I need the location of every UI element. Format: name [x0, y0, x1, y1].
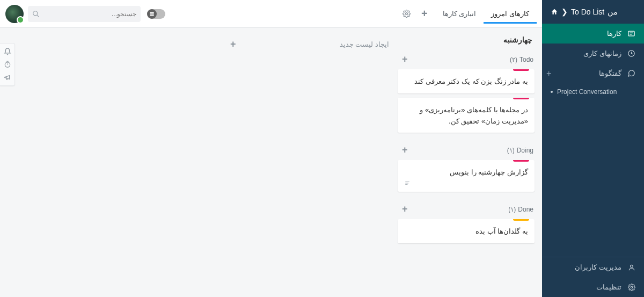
sidebar-item-label: گفتگوها — [599, 69, 621, 77]
column-title: چهارشنبه — [398, 33, 535, 46]
chevron-icon: ❯ — [561, 8, 568, 16]
section-head-todo: + (۲) Todo — [398, 49, 535, 69]
card-text: در مجله‌ها با کلمه‌های «برنامه‌ریزی» و «… — [404, 105, 528, 127]
task-card[interactable]: به مادر زنگ بزن که یک دکتر معرفی کند — [398, 69, 535, 93]
card-label — [513, 219, 529, 221]
card-label — [513, 160, 529, 162]
board: چهارشنبه + (۲) Todo به مادر زنگ بزن که ی… — [0, 28, 542, 297]
sidebar-item-label: کارها — [607, 30, 621, 38]
sidebar-item-settings[interactable]: تنظیمات — [542, 277, 644, 297]
plus-icon[interactable]: + — [418, 5, 431, 22]
svg-rect-3 — [150, 13, 154, 15]
svg-point-0 — [33, 11, 38, 15]
bullet-icon — [551, 91, 553, 93]
board-column: چهارشنبه + (۲) Todo به مادر زنگ بزن که ی… — [398, 33, 535, 248]
bell-icon[interactable] — [4, 48, 11, 55]
add-list[interactable]: ایجاد لیست جدید + — [225, 33, 391, 55]
svg-rect-4 — [150, 15, 154, 16]
avatar[interactable] — [5, 5, 24, 23]
stopwatch-icon[interactable] — [4, 61, 11, 68]
sidebar-item-label: تنظیمات — [596, 283, 621, 291]
add-list-label: ایجاد لیست جدید — [340, 40, 389, 48]
user-icon — [627, 264, 635, 271]
sidebar-item-users[interactable]: مدیریت کاربران — [542, 257, 644, 277]
chat-icon — [627, 69, 635, 77]
svg-line-1 — [37, 15, 39, 17]
gear-icon — [627, 284, 635, 291]
search-input[interactable] — [40, 10, 136, 18]
add-card-doing[interactable]: + — [399, 143, 411, 157]
sidebar-sub-project-conversation[interactable]: Project Conversation — [542, 83, 644, 100]
tasks-icon — [627, 30, 635, 38]
sidebar-item-label: زمانهای کاری — [583, 49, 621, 57]
task-card[interactable]: به گلدان‌ها آب بده — [398, 219, 535, 243]
card-label — [513, 69, 529, 71]
add-card-done[interactable]: + — [399, 202, 411, 216]
tabs: کارهای امروز انباری کارها — [435, 4, 537, 23]
tab-backlog[interactable]: انباری کارها — [435, 4, 484, 23]
home-icon — [551, 8, 558, 16]
card-text: گزارش چهارشنبه را بنویس — [404, 167, 528, 178]
sidebar: ❯ To Do List من کارها زمانهای کاری گفتگو… — [542, 0, 644, 297]
project-suffix: من — [608, 8, 618, 16]
clock-icon — [627, 49, 635, 57]
gear-icon[interactable] — [399, 8, 414, 20]
tab-today[interactable]: کارهای امروز — [484, 4, 537, 23]
sidebar-sub-label: Project Conversation — [557, 88, 617, 96]
search-box[interactable] — [28, 6, 141, 22]
task-card[interactable]: در مجله‌ها با کلمه‌های «برنامه‌ریزی» و «… — [398, 98, 535, 133]
svg-point-13 — [631, 265, 633, 267]
svg-rect-2 — [150, 12, 154, 13]
task-card[interactable]: گزارش چهارشنبه را بنویس — [398, 160, 535, 192]
add-card-todo[interactable]: + — [399, 53, 411, 66]
left-rail — [0, 43, 15, 86]
svg-point-5 — [406, 13, 408, 15]
project-name: To Do List — [571, 8, 604, 16]
svg-point-14 — [631, 286, 633, 288]
topbar: + کارهای امروز انباری کارها — [0, 0, 542, 28]
sidebar-item-conversations[interactable]: گفتگوها + — [542, 63, 644, 83]
section-head-done: + (۱) Done — [398, 199, 535, 219]
sidebar-item-tasks[interactable]: کارها — [542, 24, 644, 44]
add-conversation[interactable]: + — [546, 69, 551, 78]
plus-icon: + — [227, 38, 239, 51]
card-text: به گلدان‌ها آب بده — [404, 226, 528, 237]
description-icon — [404, 180, 528, 186]
svg-rect-9 — [628, 31, 634, 36]
view-toggle[interactable] — [147, 9, 165, 19]
card-text: به مادر زنگ بزن که یک دکتر معرفی کند — [404, 76, 528, 88]
sidebar-item-label: مدیریت کاربران — [575, 263, 621, 271]
section-head-doing: + (۱) Doing — [398, 140, 535, 160]
card-label — [513, 98, 529, 99]
megaphone-icon[interactable] — [4, 74, 11, 81]
breadcrumb[interactable]: ❯ To Do List من — [542, 0, 644, 24]
search-icon — [32, 10, 40, 18]
sidebar-item-worktimes[interactable]: زمانهای کاری — [542, 44, 644, 63]
